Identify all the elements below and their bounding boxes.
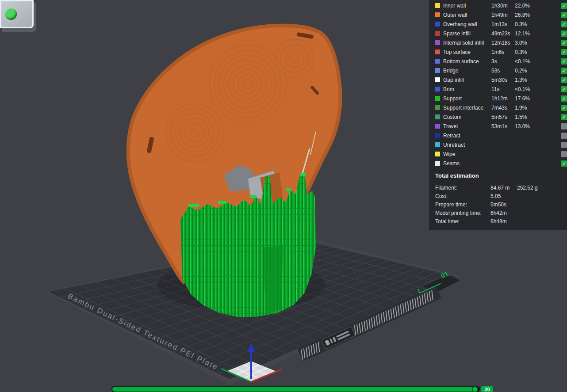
legend-visibility-checkbox[interactable]: ✓ xyxy=(561,95,567,102)
legend-row-brim: Brim11s<0.1%✓ xyxy=(435,84,567,94)
legend-color-swatch xyxy=(435,22,440,27)
legend-row-seams: Seams✓ xyxy=(435,159,567,168)
legend-visibility-checkbox[interactable]: ✓ xyxy=(561,160,567,167)
legend-percent: 17.6% xyxy=(515,95,537,102)
legend-label: Bottom surface xyxy=(443,58,491,65)
estimation-label: Filament: xyxy=(435,185,490,191)
legend-color-swatch xyxy=(435,133,440,138)
layer-slider-fill xyxy=(112,387,475,392)
legend-color-swatch xyxy=(435,12,440,17)
estimation-row-total-time-: Total time:6h48m xyxy=(435,217,567,225)
legend-time: 1m6s xyxy=(491,49,515,55)
legend-label: Wipe xyxy=(443,151,491,157)
legend-row-internal-solid-infill: Internal solid infill12m18s3.0%✓ xyxy=(435,38,567,47)
legend-label: Bridge xyxy=(443,68,491,74)
legend-percent: <0.1% xyxy=(515,86,537,92)
legend-time: 3s xyxy=(491,58,515,65)
legend-percent: 22.0% xyxy=(515,3,537,9)
legend-color-swatch xyxy=(435,31,440,36)
legend-time: 1h12m xyxy=(491,95,515,102)
legend-row-inner-wall: Inner wall1h30m22.0%✓ xyxy=(435,1,567,10)
legend-visibility-checkbox[interactable]: ✓ xyxy=(561,21,567,27)
legend-percent: 0.3% xyxy=(515,49,537,55)
estimation-row-model-printing-time-: Model printing time:6h42m xyxy=(435,209,567,217)
estimation-row-prepare-time-: Prepare time:5m50s xyxy=(435,200,567,209)
legend-color-swatch xyxy=(435,152,440,156)
legend-label: Inner wall xyxy=(443,3,491,9)
legend-row-support: Support1h12m17.6%✓ xyxy=(435,94,567,103)
legend-row-top-surface: Top surface1m6s0.3%✓ xyxy=(435,47,567,57)
legend-visibility-checkbox[interactable]: ✓ xyxy=(561,49,567,55)
green-model-icon xyxy=(5,8,17,20)
legend-row-unretract: Unretract xyxy=(435,140,567,149)
legend-visibility-checkbox[interactable] xyxy=(561,142,567,148)
legend-visibility-checkbox[interactable]: ✓ xyxy=(561,58,567,65)
legend-row-gap-infill: Gap infill5m30s1.3%✓ xyxy=(435,75,567,84)
legend-label: Gap infill xyxy=(443,77,491,83)
estimation-value: 5.05 xyxy=(490,193,517,199)
estimation-label: Total time: xyxy=(435,218,490,225)
legend-visibility-checkbox[interactable]: ✓ xyxy=(561,3,567,9)
legend-percent: <0.1% xyxy=(515,58,537,65)
estimation-value: 6h42m xyxy=(490,210,517,216)
legend-color-swatch xyxy=(435,105,440,110)
legend-visibility-checkbox[interactable] xyxy=(561,133,567,139)
legend-percent: 13.0% xyxy=(515,123,537,129)
legend-time: 11s xyxy=(491,86,515,92)
legend-color-swatch xyxy=(435,124,440,129)
layer-slider-handle[interactable] xyxy=(472,386,478,392)
legend-color-swatch xyxy=(435,142,440,147)
estimation-label: Cost: xyxy=(435,193,490,199)
legend-visibility-checkbox[interactable]: ✓ xyxy=(561,30,567,37)
legend-visibility-checkbox[interactable] xyxy=(561,151,567,157)
estimation-extra-value: 252.52 g xyxy=(517,185,538,191)
legend-label: Unretract xyxy=(443,142,491,148)
legend-time: 53s xyxy=(491,68,515,74)
legend-time: 5m57s xyxy=(491,114,515,120)
legend-percent: 1.9% xyxy=(515,105,537,111)
legend-visibility-checkbox[interactable]: ✓ xyxy=(561,12,567,18)
legend-time: 49m23s xyxy=(491,30,515,37)
layer-slider-value: 20 xyxy=(481,386,493,392)
legend-visibility-checkbox[interactable]: ✓ xyxy=(561,77,567,83)
legend-visibility-checkbox[interactable]: ✓ xyxy=(561,68,567,74)
legend-visibility-checkbox[interactable]: ✓ xyxy=(561,86,567,92)
plate-thumbnail[interactable] xyxy=(0,0,35,39)
legend-percent: 0.3% xyxy=(515,21,537,27)
legend-time: 12m18s xyxy=(491,40,515,46)
legend-color-swatch xyxy=(435,114,440,119)
legend-color-swatch xyxy=(435,77,440,82)
legend-percent: 0.2% xyxy=(515,68,537,74)
legend-row-outer-wall: Outer wall1h49m26.8%✓ xyxy=(435,10,567,19)
legend-time: 1m13s xyxy=(491,21,515,27)
legend-row-wipe: Wipe xyxy=(435,149,567,159)
legend-color-swatch xyxy=(435,59,440,64)
legend-label: Sparse infill xyxy=(443,30,491,37)
legend-visibility-checkbox[interactable]: ✓ xyxy=(561,105,567,111)
legend-visibility-checkbox[interactable]: ✓ xyxy=(561,40,567,46)
legend-time: 53m1s xyxy=(491,123,515,129)
legend-row-sparse-infill: Sparse infill49m23s12.1%✓ xyxy=(435,29,567,38)
legend-color-swatch xyxy=(435,68,440,73)
legend-rows: Inner wall1h30m22.0%✓Outer wall1h49m26.8… xyxy=(435,1,567,168)
layer-slider[interactable] xyxy=(111,386,480,392)
estimation-value: 6h48m xyxy=(490,218,517,225)
legend-color-swatch xyxy=(435,96,440,101)
legend-label: Internal solid infill xyxy=(443,40,491,46)
legend-color-swatch xyxy=(435,49,440,54)
legend-time: 7m43s xyxy=(491,105,515,111)
legend-visibility-checkbox[interactable]: ✓ xyxy=(561,114,567,120)
legend-percent: 12.1% xyxy=(515,30,537,37)
legend-percent: 1.5% xyxy=(515,114,537,120)
legend-label: Brim xyxy=(443,86,491,92)
viewport-3d[interactable]: Bambu Dual-Sided Textured PEI Plate 01 xyxy=(0,0,567,392)
legend-label: Retract xyxy=(443,133,491,139)
legend-label: Seams xyxy=(443,160,491,167)
legend-label: Support xyxy=(443,95,491,102)
legend-row-overhang-wall: Overhang wall1m13s0.3%✓ xyxy=(435,19,567,29)
plate-thumbnail-card[interactable] xyxy=(0,0,34,28)
legend-label: Support interface xyxy=(443,105,491,111)
estimation-value: 5m50s xyxy=(490,202,517,208)
total-estimation-title: Total estimation xyxy=(435,172,567,179)
legend-visibility-checkbox[interactable] xyxy=(561,123,567,129)
